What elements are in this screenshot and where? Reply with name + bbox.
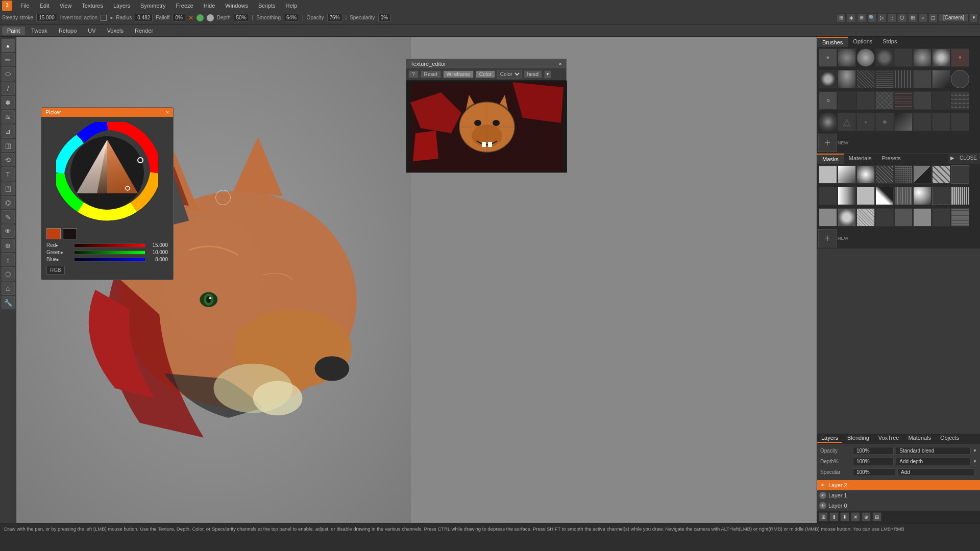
brush-cell-2-2[interactable] <box>838 70 856 88</box>
tool-icon-6[interactable]: ≋ <box>2 110 15 123</box>
mask-cell-1-8[interactable] <box>951 165 969 184</box>
tool-icon-15[interactable]: ⊕ <box>2 239 15 252</box>
menu-help[interactable]: Help <box>284 2 300 10</box>
tool-icon-5[interactable]: ✱ <box>2 96 15 109</box>
tool-icon-7[interactable]: ⊿ <box>2 124 15 138</box>
texture-editor-titlebar[interactable]: Texture_editor × <box>406 59 566 68</box>
brush-cell-1-8[interactable]: ✱ <box>951 48 969 67</box>
tool-icon-1[interactable]: ▲ <box>2 39 15 52</box>
mask-cell-2-2[interactable] <box>838 187 856 205</box>
tool-icon-13[interactable]: ✎ <box>2 210 15 223</box>
brush-cell-3-4[interactable] <box>875 91 894 110</box>
te-head-dropdown[interactable]: ▼ <box>544 70 551 79</box>
brush-cell-2-5[interactable] <box>894 70 913 88</box>
mask-cell-3-1[interactable] <box>819 208 837 227</box>
mask-cell-1-4[interactable] <box>875 165 894 184</box>
brush-cell-2-1[interactable] <box>819 70 837 88</box>
brush-cell-3-7[interactable] <box>932 91 950 110</box>
tab-paint[interactable]: Paint <box>2 27 25 35</box>
green-slider[interactable] <box>74 251 145 255</box>
tool-icon-12[interactable]: ⌬ <box>2 196 15 209</box>
view-icon-8[interactable]: ⊞ <box>908 13 917 22</box>
brush-cell-4-1[interactable] <box>819 113 837 131</box>
layer-0-visibility[interactable]: 👁 <box>819 502 826 509</box>
brush-cell-3-1[interactable]: ⚙ <box>819 91 837 110</box>
hue-ring-svg[interactable] <box>56 122 158 224</box>
brush-cell-4-3[interactable]: ✦ <box>856 113 875 131</box>
mask-cell-1-6[interactable] <box>913 165 932 184</box>
tab-materials[interactable]: Materials <box>904 434 935 443</box>
invert-checkbox[interactable] <box>101 15 107 21</box>
tab-materials[interactable]: Materials <box>844 154 877 164</box>
specular-value[interactable]: 100% <box>853 468 895 476</box>
depth-mode-dropdown[interactable]: ▼ <box>973 459 977 464</box>
brush-cell-4-7[interactable] <box>932 113 950 131</box>
tool-icon-17[interactable]: ⬡ <box>2 267 15 281</box>
brush-cell-4-2[interactable]: △ <box>838 113 856 131</box>
green-value[interactable]: 10.000 <box>148 249 168 255</box>
view-icon-3[interactable]: ⊕ <box>857 13 866 22</box>
brush-cell-1-7[interactable] <box>932 48 950 67</box>
specularity-value[interactable]: 0% <box>378 14 390 21</box>
mask-cell-2-4[interactable] <box>875 187 894 205</box>
menu-freeze[interactable]: Freeze <box>174 2 195 10</box>
layers-icon-1[interactable]: ⊞ <box>819 512 828 521</box>
brush-cell-3-8[interactable] <box>951 91 969 110</box>
menu-textures[interactable]: Textures <box>80 2 105 10</box>
layers-icon-4[interactable]: ✕ <box>851 512 860 521</box>
red-value[interactable]: 15.000 <box>148 242 168 248</box>
brush-cell-1-2[interactable] <box>838 48 856 67</box>
tool-icon-14[interactable]: 👁 <box>2 224 15 238</box>
tab-render[interactable]: Render <box>130 27 158 35</box>
tool-icon-18[interactable]: ⌂ <box>2 282 15 295</box>
steady-value[interactable]: 15.000 <box>36 14 57 21</box>
tab-voxels[interactable]: Voxels <box>102 27 129 35</box>
tab-tweak[interactable]: Tweak <box>26 27 53 35</box>
texture-preview[interactable] <box>406 81 567 172</box>
te-head[interactable]: head <box>524 70 542 78</box>
layers-icon-2[interactable]: ⬆ <box>829 512 839 521</box>
brush-cell-2-8[interactable] <box>951 70 969 88</box>
brush-cell-3-6[interactable] <box>913 91 932 110</box>
red-slider[interactable] <box>74 243 145 247</box>
layers-icon-3[interactable]: ⬇ <box>840 512 849 521</box>
view-icon-4[interactable]: 🔍 <box>867 13 876 22</box>
tab-retopo[interactable]: Retopo <box>54 27 82 35</box>
mask-cell-1-7[interactable] <box>932 165 950 184</box>
color-picker-titlebar[interactable]: Picker × <box>41 108 173 117</box>
layer-item-2[interactable]: 👁 Layer 2 <box>817 480 980 490</box>
smoothing-value[interactable]: 64% <box>284 14 299 21</box>
tab-voxtree[interactable]: VoxTree <box>874 434 903 443</box>
brush-cell-3-5[interactable] <box>894 91 913 110</box>
layers-icon-6[interactable]: ⊞ <box>872 512 881 521</box>
brush-cell-4-4[interactable]: ✱ <box>875 113 894 131</box>
mask-cell-2-7[interactable] <box>932 187 950 205</box>
view-icon-6[interactable]: ⋮ <box>888 13 897 22</box>
brush-cell-3-2[interactable] <box>838 91 856 110</box>
view-icon-7[interactable]: ⬡ <box>898 13 907 22</box>
tool-icon-10[interactable]: T <box>2 167 15 181</box>
tool-icon-3[interactable]: ⬭ <box>2 67 15 81</box>
mask-cell-3-5[interactable] <box>894 208 913 227</box>
mask-cell-2-5[interactable] <box>894 187 913 205</box>
mask-cell-3-2[interactable] <box>838 208 856 227</box>
layer-2-visibility[interactable]: 👁 <box>819 482 826 489</box>
brush-cell-1-4[interactable] <box>875 48 894 67</box>
brush-cell-1-5[interactable] <box>894 48 913 67</box>
mask-cell-2-8[interactable] <box>951 187 969 205</box>
brushes-new-button[interactable]: + <box>818 134 837 152</box>
color-picker-close[interactable]: × <box>166 109 169 115</box>
brush-cell-2-6[interactable] <box>913 70 932 88</box>
x-button[interactable]: ✕ <box>188 14 193 21</box>
blue-value[interactable]: 8.000 <box>148 257 168 262</box>
view-icon-9[interactable]: ○ <box>918 13 927 22</box>
color-wheel[interactable] <box>56 122 158 224</box>
tool-icon-8[interactable]: ◫ <box>2 139 15 152</box>
brush-cell-4-5[interactable] <box>894 113 913 131</box>
white-dot[interactable] <box>207 14 214 21</box>
tab-uv[interactable]: UV <box>83 27 101 35</box>
view-icon-1[interactable]: ⊞ <box>837 13 846 22</box>
opacity-value[interactable]: 100% <box>853 447 894 455</box>
fg-swatch[interactable] <box>46 228 61 239</box>
te-wireframe[interactable]: Wireframe <box>443 70 474 78</box>
